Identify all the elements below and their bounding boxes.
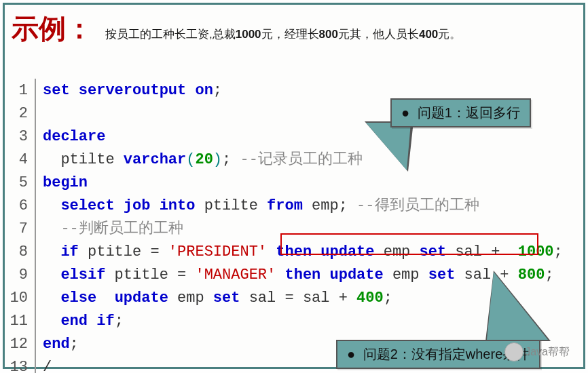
- code-content: /: [43, 356, 52, 374]
- code-line: 4 ptilte varchar(20); --记录员工的工种: [5, 148, 583, 171]
- code-content: end if;: [43, 310, 124, 332]
- line-number: 13: [5, 356, 35, 374]
- line-number: 9: [5, 264, 35, 286]
- line-number: 8: [5, 241, 35, 263]
- line-number: 5: [5, 172, 35, 194]
- code-content: end;: [43, 333, 79, 355]
- code-content: select job into ptilte from emp; --得到员工的…: [43, 195, 479, 217]
- callout-1-text: 问题1：返回多行: [418, 105, 520, 120]
- title-row: 示例 ： 按员工的工种长工资,总裁1000元，经理长800元其，他人员长400元…: [5, 5, 583, 52]
- code-content: declare: [43, 125, 105, 148]
- code-content: --判断员工的工种: [43, 218, 183, 240]
- code-content: ptilte varchar(20); --记录员工的工种: [43, 149, 363, 171]
- code-line: 8 if ptitle = 'PRESIDENT' then update em…: [5, 240, 583, 263]
- callout-problem-1: ● 问题1：返回多行: [390, 98, 531, 127]
- code-line: 7 --判断员工的工种: [5, 217, 583, 240]
- gutter-line: [35, 171, 36, 194]
- line-number: 4: [5, 149, 35, 171]
- page-frame: 示例 ： 按员工的工种长工资,总裁1000元，经理长800元其，他人员长400元…: [3, 3, 585, 369]
- line-number: 7: [5, 218, 35, 240]
- code-content: else update emp set sal = sal + 400;: [43, 287, 392, 309]
- watermark-avatar-icon: [504, 342, 523, 361]
- gutter-line: [35, 102, 36, 125]
- line-number: 11: [5, 310, 35, 332]
- gutter-line: [35, 79, 36, 102]
- gutter-line: [35, 148, 36, 171]
- line-number: 10: [5, 287, 35, 309]
- gutter-line: [35, 125, 36, 148]
- code-content: if ptitle = 'PRESIDENT' then update emp …: [43, 241, 563, 263]
- gutter-line: [35, 355, 36, 373]
- title-colon: ：: [66, 10, 93, 47]
- pointer-arrow-1-icon: [366, 123, 411, 170]
- code-content: begin: [43, 172, 88, 194]
- code-content: elsif ptitle = 'MANAGER' then update emp…: [43, 264, 554, 286]
- bullet-icon: ●: [347, 347, 355, 361]
- line-number: 3: [5, 125, 35, 148]
- code-line: 3declare: [5, 125, 583, 148]
- gutter-line: [35, 240, 36, 263]
- gutter-line: [35, 309, 36, 332]
- gutter-line: [35, 194, 36, 217]
- bullet-icon: ●: [401, 105, 409, 120]
- gutter-line: [35, 286, 36, 309]
- gutter-line: [35, 217, 36, 240]
- line-number: 6: [5, 195, 35, 217]
- line-number: 1: [5, 79, 35, 102]
- pointer-arrow-2-icon: [487, 272, 548, 340]
- line-number: 2: [5, 102, 35, 125]
- code-line: 5begin: [5, 171, 583, 194]
- title-main: 示例: [12, 10, 66, 47]
- watermark: Java帮帮: [504, 342, 570, 361]
- code-content: set serveroutput on;: [43, 79, 222, 102]
- gutter-line: [35, 263, 36, 286]
- title-desc: 按员工的工种长工资,总裁1000元，经理长800元其，他人员长400元。: [105, 26, 461, 42]
- watermark-text: Java帮帮: [525, 345, 570, 359]
- code-line: 6 select job into ptilte from emp; --得到员…: [5, 194, 583, 217]
- gutter-line: [35, 332, 36, 355]
- line-number: 12: [5, 333, 35, 355]
